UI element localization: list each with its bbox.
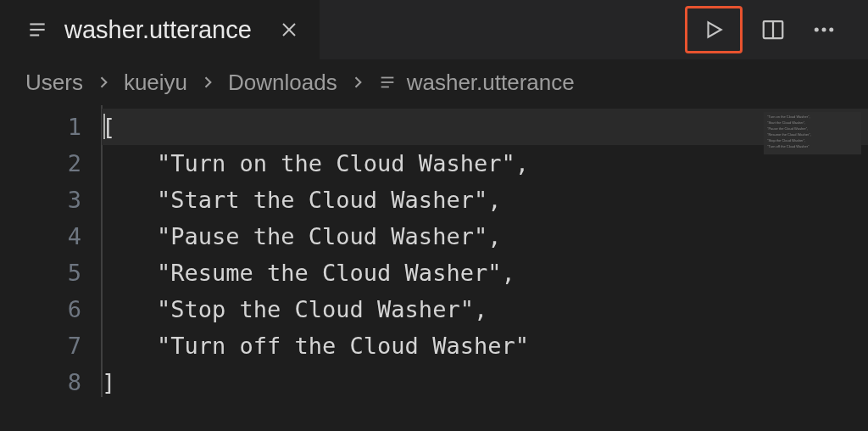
code-content[interactable]: [ "Turn on the Cloud Washer", "Start the…	[102, 105, 868, 400]
code-line[interactable]: "Stop the Cloud Washer",	[102, 291, 868, 327]
editor[interactable]: 1 2 3 4 5 6 7 8 [ "Turn on the Cloud Was…	[0, 105, 868, 400]
split-editor-button[interactable]	[753, 9, 793, 50]
minimap[interactable]: "Turn on the Cloud Washer", "Start the C…	[764, 112, 861, 154]
svg-point-8	[815, 28, 819, 32]
code-line[interactable]: "Pause the Cloud Washer",	[102, 218, 868, 255]
breadcrumb-current[interactable]: washer.utterance	[378, 70, 575, 96]
svg-point-10	[829, 28, 833, 32]
line-number: 8	[0, 364, 102, 400]
editor-actions	[685, 6, 868, 53]
more-actions-button[interactable]	[804, 9, 844, 50]
tab-title: washer.utterance	[64, 16, 252, 44]
line-number: 7	[0, 327, 102, 364]
breadcrumb: Users kueiyu Downloads washer.utterance	[0, 59, 868, 105]
line-number: 4	[0, 218, 102, 255]
run-button[interactable]	[685, 6, 743, 53]
breadcrumb-item[interactable]: Downloads	[228, 70, 337, 96]
tab-bar: washer.utterance	[0, 0, 868, 59]
code-line[interactable]: "Turn on the Cloud Washer",	[102, 145, 868, 182]
breadcrumb-item[interactable]: Users	[25, 70, 83, 96]
code-line[interactable]: [	[102, 109, 868, 145]
breadcrumb-file: washer.utterance	[407, 70, 575, 96]
cursor	[103, 114, 105, 139]
file-icon	[378, 73, 397, 92]
file-icon	[25, 18, 49, 42]
line-number: 2	[0, 145, 102, 182]
code-line[interactable]: "Turn off the Cloud Washer"	[102, 327, 868, 364]
chevron-right-icon	[95, 74, 112, 91]
breadcrumb-item[interactable]: kueiyu	[124, 70, 187, 96]
tab-close-button[interactable]	[275, 16, 303, 43]
line-number: 1	[0, 109, 102, 145]
svg-point-9	[822, 28, 826, 32]
line-number: 5	[0, 255, 102, 291]
code-line[interactable]: "Start the Cloud Washer",	[102, 182, 868, 218]
code-line[interactable]: ]	[102, 364, 868, 400]
svg-marker-5	[709, 22, 721, 36]
line-number: 6	[0, 291, 102, 327]
code-line[interactable]: "Resume the Cloud Washer",	[102, 255, 868, 291]
chevron-right-icon	[349, 74, 366, 91]
line-numbers: 1 2 3 4 5 6 7 8	[0, 105, 102, 400]
chevron-right-icon	[199, 74, 216, 91]
tab-active[interactable]: washer.utterance	[0, 0, 320, 59]
line-number: 3	[0, 182, 102, 218]
